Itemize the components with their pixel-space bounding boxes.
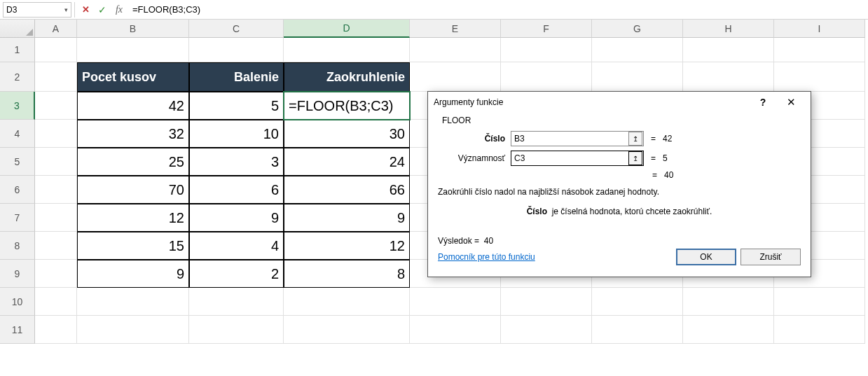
cell-F1[interactable] [501, 38, 592, 62]
chevron-down-icon[interactable]: ▾ [64, 6, 68, 13]
cell-F2[interactable] [501, 62, 592, 92]
cell-A4[interactable] [35, 120, 77, 148]
cell-A7[interactable] [35, 204, 77, 232]
row-header-5[interactable]: 5 [0, 148, 35, 176]
accept-icon[interactable]: ✓ [95, 2, 110, 18]
cell-A8[interactable] [35, 232, 77, 260]
cell-E11[interactable] [410, 316, 501, 344]
select-all-corner[interactable] [0, 20, 35, 38]
cell-C1[interactable] [189, 38, 284, 62]
column-header-D[interactable]: D [284, 20, 410, 38]
table-cell-B9[interactable]: 9 [77, 260, 189, 288]
table-cell-C8[interactable]: 4 [189, 232, 284, 260]
table-cell-B4[interactable]: 32 [77, 120, 189, 148]
cell-A3[interactable] [35, 92, 77, 120]
arg-input-significance[interactable] [511, 151, 628, 165]
table-cell-D4[interactable]: 30 [284, 120, 410, 148]
arg-input-number[interactable] [511, 132, 628, 146]
row-header-3[interactable]: 3 [0, 92, 35, 120]
table-cell-D9[interactable]: 8 [284, 260, 410, 288]
ok-button[interactable]: OK [676, 249, 736, 265]
cell-B1[interactable] [77, 38, 189, 62]
cell-A6[interactable] [35, 176, 77, 204]
cell-D1[interactable] [284, 38, 410, 62]
cell-B11[interactable] [77, 316, 189, 344]
table-cell-C9[interactable]: 2 [189, 260, 284, 288]
table-cell-B7[interactable]: 12 [77, 204, 189, 232]
table-cell-C4[interactable]: 10 [189, 120, 284, 148]
cell-H1[interactable] [683, 38, 774, 62]
cell-F11[interactable] [501, 316, 592, 344]
cell-H10[interactable] [683, 288, 774, 316]
cell-H2[interactable] [683, 62, 774, 92]
cell-A5[interactable] [35, 148, 77, 176]
column-header-I[interactable]: I [774, 20, 865, 38]
table-cell-C6[interactable]: 6 [189, 176, 284, 204]
cell-G10[interactable] [592, 288, 683, 316]
row-header-2[interactable]: 2 [0, 62, 35, 92]
cell-A10[interactable] [35, 288, 77, 316]
row-header-9[interactable]: 9 [0, 260, 35, 288]
table-cell-D5[interactable]: 24 [284, 148, 410, 176]
collapse-dialog-icon[interactable]: ↥ [628, 151, 642, 165]
row-header-1[interactable]: 1 [0, 38, 35, 62]
cell-I11[interactable] [774, 316, 865, 344]
cell-D11[interactable] [284, 316, 410, 344]
column-header-G[interactable]: G [592, 20, 683, 38]
collapse-dialog-icon[interactable]: ↥ [628, 132, 642, 146]
column-header-F[interactable]: F [501, 20, 592, 38]
cell-E10[interactable] [410, 288, 501, 316]
table-cell-B3[interactable]: 42 [77, 92, 189, 120]
table-cell-C3[interactable]: 5 [189, 92, 284, 120]
row-header-11[interactable]: 11 [0, 316, 35, 344]
table-cell-B5[interactable]: 25 [77, 148, 189, 176]
help-link[interactable]: Pomocník pre túto funkciu [438, 252, 535, 262]
row-header-4[interactable]: 4 [0, 120, 35, 148]
column-header-E[interactable]: E [410, 20, 501, 38]
table-header-C[interactable]: Balenie [189, 62, 284, 92]
cell-I2[interactable] [774, 62, 865, 92]
close-icon[interactable]: ✕ [777, 92, 805, 112]
fx-icon[interactable]: fx [111, 2, 127, 18]
cell-I10[interactable] [774, 288, 865, 316]
cell-B10[interactable] [77, 288, 189, 316]
row-header-10[interactable]: 10 [0, 288, 35, 316]
table-cell-D6[interactable]: 66 [284, 176, 410, 204]
cell-I1[interactable] [774, 38, 865, 62]
cell-G11[interactable] [592, 316, 683, 344]
table-header-B[interactable]: Pocet kusov [77, 62, 189, 92]
name-box[interactable]: D3 ▾ [3, 2, 71, 18]
help-icon[interactable]: ? [749, 92, 777, 112]
cell-E1[interactable] [410, 38, 501, 62]
cell-A1[interactable] [35, 38, 77, 62]
table-cell-D3[interactable]: =FLOOR(B3;C3) [284, 92, 410, 120]
column-header-C[interactable]: C [189, 20, 284, 38]
column-header-B[interactable]: B [77, 20, 189, 38]
cancel-icon[interactable]: ✕ [78, 2, 93, 18]
row-header-6[interactable]: 6 [0, 176, 35, 204]
table-cell-C7[interactable]: 9 [189, 204, 284, 232]
cell-E2[interactable] [410, 62, 501, 92]
cell-D10[interactable] [284, 288, 410, 316]
table-cell-B6[interactable]: 70 [77, 176, 189, 204]
column-header-H[interactable]: H [683, 20, 774, 38]
dialog-titlebar[interactable]: Argumenty funkcie ? ✕ [428, 92, 811, 113]
table-cell-D7[interactable]: 9 [284, 204, 410, 232]
cell-G1[interactable] [592, 38, 683, 62]
row-header-7[interactable]: 7 [0, 204, 35, 232]
table-cell-B8[interactable]: 15 [77, 232, 189, 260]
row-header-8[interactable]: 8 [0, 232, 35, 260]
cell-C10[interactable] [189, 288, 284, 316]
cell-C11[interactable] [189, 316, 284, 344]
column-header-A[interactable]: A [35, 20, 77, 38]
table-cell-C5[interactable]: 3 [189, 148, 284, 176]
cell-F10[interactable] [501, 288, 592, 316]
cell-H11[interactable] [683, 316, 774, 344]
table-cell-D8[interactable]: 12 [284, 232, 410, 260]
cell-A11[interactable] [35, 316, 77, 344]
formula-input[interactable]: =FLOOR(B3;C3) [127, 0, 868, 19]
cell-G2[interactable] [592, 62, 683, 92]
table-header-D[interactable]: Zaokruhlenie [284, 62, 410, 92]
cell-A9[interactable] [35, 260, 77, 288]
cell-A2[interactable] [35, 62, 77, 92]
